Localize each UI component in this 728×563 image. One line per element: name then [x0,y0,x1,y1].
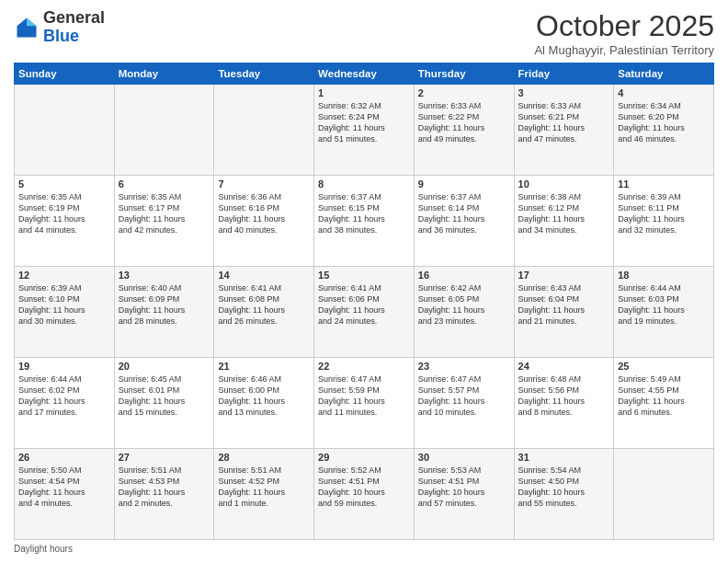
day-info: Sunrise: 6:35 AM Sunset: 6:19 PM Dayligh… [18,191,110,236]
day-info: Sunrise: 5:53 AM Sunset: 4:51 PM Dayligh… [418,465,510,510]
day-number: 30 [418,452,510,463]
calendar-cell: 9Sunrise: 6:37 AM Sunset: 6:14 PM Daylig… [414,176,514,267]
day-info: Sunrise: 6:38 AM Sunset: 6:12 PM Dayligh… [518,191,610,236]
day-number: 9 [418,178,510,190]
day-number: 4 [618,87,710,98]
calendar-cell: 12Sunrise: 6:39 AM Sunset: 6:10 PM Dayli… [15,267,115,358]
calendar-week-row: 19Sunrise: 6:44 AM Sunset: 6:02 PM Dayli… [15,358,714,449]
location-subtitle: Al Mughayyir, Palestinian Territory [534,43,714,57]
calendar-cell: 14Sunrise: 6:41 AM Sunset: 6:08 PM Dayli… [214,267,314,358]
calendar-cell [114,85,214,176]
day-number: 25 [618,361,710,372]
day-number: 18 [618,270,710,281]
day-info: Sunrise: 5:52 AM Sunset: 4:51 PM Dayligh… [318,465,410,510]
calendar-cell: 2Sunrise: 6:33 AM Sunset: 6:22 PM Daylig… [414,85,514,176]
calendar-cell: 13Sunrise: 6:40 AM Sunset: 6:09 PM Dayli… [114,267,214,358]
calendar-week-row: 1Sunrise: 6:32 AM Sunset: 6:24 PM Daylig… [15,85,714,176]
month-title: October 2025 [534,9,714,43]
day-number: 23 [418,361,510,372]
day-number: 7 [218,178,310,190]
header-tuesday: Tuesday [214,63,314,85]
calendar-cell: 8Sunrise: 6:37 AM Sunset: 6:15 PM Daylig… [314,176,415,267]
day-number: 31 [518,452,610,463]
header-friday: Friday [514,63,614,85]
day-info: Sunrise: 5:50 AM Sunset: 4:54 PM Dayligh… [18,465,110,510]
day-info: Sunrise: 5:51 AM Sunset: 4:53 PM Dayligh… [119,465,210,510]
day-info: Sunrise: 6:41 AM Sunset: 6:06 PM Dayligh… [318,282,410,327]
day-info: Sunrise: 6:36 AM Sunset: 6:16 PM Dayligh… [218,191,310,236]
day-number: 2 [418,87,510,98]
calendar-cell: 27Sunrise: 5:51 AM Sunset: 4:53 PM Dayli… [114,449,214,540]
calendar-week-row: 5Sunrise: 6:35 AM Sunset: 6:19 PM Daylig… [15,176,714,267]
calendar-cell: 21Sunrise: 6:46 AM Sunset: 6:00 PM Dayli… [214,358,314,449]
calendar-cell: 5Sunrise: 6:35 AM Sunset: 6:19 PM Daylig… [15,176,115,267]
calendar-header-row: Sunday Monday Tuesday Wednesday Thursday… [15,63,714,85]
calendar-week-row: 26Sunrise: 5:50 AM Sunset: 4:54 PM Dayli… [15,449,714,540]
day-info: Sunrise: 6:35 AM Sunset: 6:17 PM Dayligh… [119,191,210,236]
logo-text: General Blue [43,9,105,46]
day-info: Sunrise: 6:33 AM Sunset: 6:22 PM Dayligh… [418,100,510,145]
header-thursday: Thursday [414,63,514,85]
day-number: 6 [119,178,210,190]
calendar-cell [614,449,714,540]
day-info: Sunrise: 6:43 AM Sunset: 6:04 PM Dayligh… [518,282,610,327]
logo-icon [14,15,40,40]
day-number: 27 [119,452,210,463]
day-info: Sunrise: 5:54 AM Sunset: 4:50 PM Dayligh… [518,465,610,510]
calendar-cell: 30Sunrise: 5:53 AM Sunset: 4:51 PM Dayli… [414,449,514,540]
calendar-cell: 15Sunrise: 6:41 AM Sunset: 6:06 PM Dayli… [314,267,415,358]
day-number: 10 [518,178,610,190]
day-info: Sunrise: 6:47 AM Sunset: 5:59 PM Dayligh… [318,373,410,419]
day-number: 19 [18,361,110,372]
calendar-cell: 31Sunrise: 5:54 AM Sunset: 4:50 PM Dayli… [514,449,614,540]
day-info: Sunrise: 6:42 AM Sunset: 6:05 PM Dayligh… [418,282,510,327]
day-info: Sunrise: 6:34 AM Sunset: 6:20 PM Dayligh… [618,100,710,145]
day-info: Sunrise: 6:44 AM Sunset: 6:03 PM Dayligh… [618,282,710,327]
footer-label: Daylight hours [14,544,73,554]
header-saturday: Saturday [614,63,714,85]
footer: Daylight hours [14,544,714,554]
day-info: Sunrise: 6:48 AM Sunset: 5:56 PM Dayligh… [518,373,610,419]
header-sunday: Sunday [15,63,115,85]
calendar-page: General Blue October 2025 Al Mughayyir, … [0,0,728,563]
header-wednesday: Wednesday [314,63,415,85]
day-number: 22 [318,361,410,372]
calendar-body: 1Sunrise: 6:32 AM Sunset: 6:24 PM Daylig… [15,85,714,540]
logo: General Blue [14,9,105,46]
day-number: 26 [18,452,110,463]
calendar-cell [15,85,115,176]
calendar-cell: 24Sunrise: 6:48 AM Sunset: 5:56 PM Dayli… [514,358,614,449]
day-info: Sunrise: 6:39 AM Sunset: 6:11 PM Dayligh… [618,191,710,236]
logo-blue: Blue [43,27,79,45]
day-info: Sunrise: 6:46 AM Sunset: 6:00 PM Dayligh… [218,373,310,419]
calendar-cell: 4Sunrise: 6:34 AM Sunset: 6:20 PM Daylig… [614,85,714,176]
day-number: 8 [318,178,410,190]
calendar-cell: 19Sunrise: 6:44 AM Sunset: 6:02 PM Dayli… [15,358,115,449]
day-info: Sunrise: 6:39 AM Sunset: 6:10 PM Dayligh… [18,282,110,327]
calendar-cell: 18Sunrise: 6:44 AM Sunset: 6:03 PM Dayli… [614,267,714,358]
calendar-cell: 6Sunrise: 6:35 AM Sunset: 6:17 PM Daylig… [114,176,214,267]
day-number: 24 [518,361,610,372]
day-number: 3 [518,87,610,98]
header: General Blue October 2025 Al Mughayyir, … [14,9,714,57]
header-monday: Monday [114,63,214,85]
day-info: Sunrise: 5:49 AM Sunset: 4:55 PM Dayligh… [618,373,710,419]
calendar-cell: 11Sunrise: 6:39 AM Sunset: 6:11 PM Dayli… [614,176,714,267]
calendar-cell: 16Sunrise: 6:42 AM Sunset: 6:05 PM Dayli… [414,267,514,358]
calendar-week-row: 12Sunrise: 6:39 AM Sunset: 6:10 PM Dayli… [15,267,714,358]
calendar-cell: 1Sunrise: 6:32 AM Sunset: 6:24 PM Daylig… [314,85,415,176]
calendar-cell: 7Sunrise: 6:36 AM Sunset: 6:16 PM Daylig… [214,176,314,267]
day-number: 21 [218,361,310,372]
calendar-cell: 23Sunrise: 6:47 AM Sunset: 5:57 PM Dayli… [414,358,514,449]
day-number: 29 [318,452,410,463]
day-number: 11 [618,178,710,190]
day-number: 15 [318,270,410,281]
calendar-cell: 17Sunrise: 6:43 AM Sunset: 6:04 PM Dayli… [514,267,614,358]
day-info: Sunrise: 6:32 AM Sunset: 6:24 PM Dayligh… [318,100,410,145]
day-info: Sunrise: 6:37 AM Sunset: 6:15 PM Dayligh… [318,191,410,236]
svg-marker-1 [27,17,37,26]
calendar-cell: 22Sunrise: 6:47 AM Sunset: 5:59 PM Dayli… [314,358,415,449]
day-info: Sunrise: 6:33 AM Sunset: 6:21 PM Dayligh… [518,100,610,145]
calendar-cell: 25Sunrise: 5:49 AM Sunset: 4:55 PM Dayli… [614,358,714,449]
day-info: Sunrise: 6:47 AM Sunset: 5:57 PM Dayligh… [418,373,510,419]
